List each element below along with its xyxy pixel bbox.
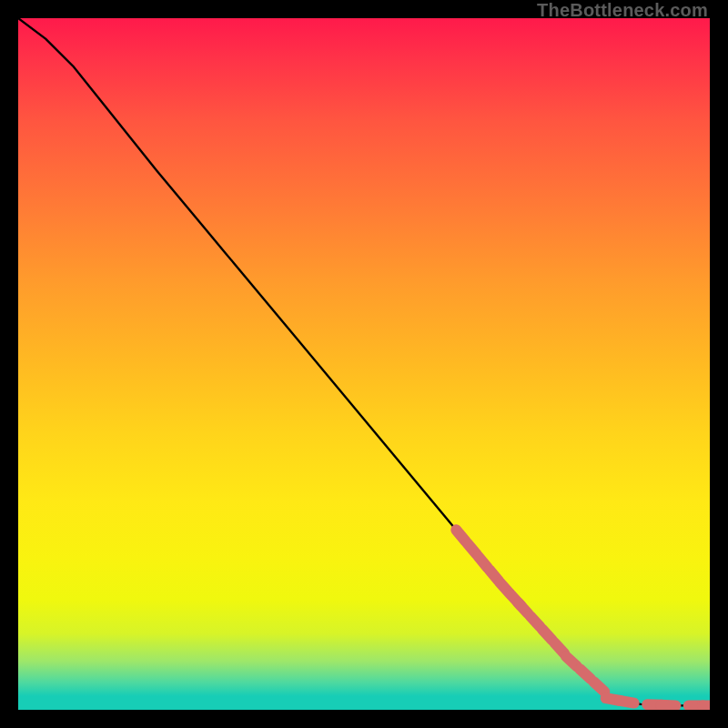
data-marker bbox=[554, 642, 564, 653]
attribution-text: TheBottleneck.com bbox=[537, 0, 708, 21]
data-marker bbox=[531, 616, 541, 627]
data-marker bbox=[620, 701, 634, 703]
chart-svg bbox=[18, 18, 710, 710]
data-marker bbox=[661, 705, 675, 706]
bottleneck-curve bbox=[18, 18, 710, 705]
data-marker bbox=[594, 682, 605, 692]
data-marker bbox=[566, 656, 577, 666]
data-marker bbox=[580, 669, 591, 679]
data-markers bbox=[456, 530, 710, 705]
data-marker bbox=[542, 630, 552, 641]
chart-frame bbox=[18, 18, 710, 710]
data-marker bbox=[518, 602, 528, 613]
